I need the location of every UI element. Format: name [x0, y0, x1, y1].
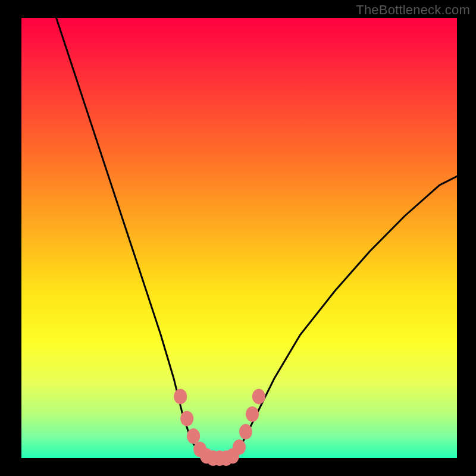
- heat-gradient-bg: [21, 18, 457, 458]
- curve-marker: [180, 411, 193, 426]
- curve-marker: [246, 406, 259, 422]
- chart-frame: TheBottleneck.com: [0, 0, 476, 476]
- curve-marker: [252, 389, 265, 404]
- bottleneck-curve-chart: [0, 0, 476, 476]
- curve-marker: [174, 389, 187, 404]
- watermark-label: TheBottleneck.com: [356, 2, 470, 18]
- curve-marker: [187, 428, 200, 444]
- curve-marker: [233, 440, 246, 455]
- curve-marker: [239, 424, 252, 440]
